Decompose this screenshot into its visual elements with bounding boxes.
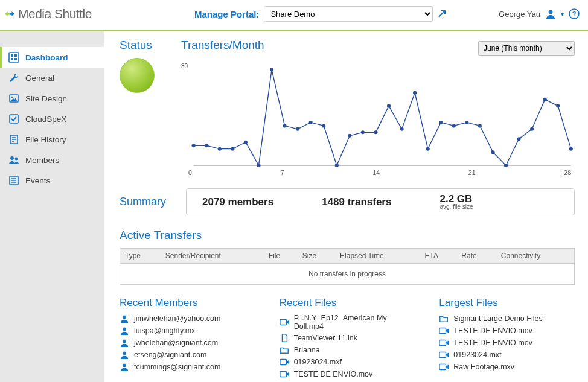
user-icon[interactable]	[545, 8, 556, 19]
svg-point-16	[192, 144, 196, 147]
folder-icon	[280, 345, 289, 355]
summary-box: 2079 members 1489 transfers 2.2 GB avg. …	[186, 188, 575, 215]
svg-point-37	[465, 121, 468, 124]
svg-point-9	[11, 97, 13, 98]
list-item[interactable]: tcummings@signiant.com	[120, 361, 255, 373]
chart-svg	[181, 62, 575, 176]
period-select[interactable]: June (This month)	[478, 41, 575, 56]
main: Status Transfers/Month June (This month)…	[104, 31, 588, 382]
svg-rect-5	[14, 54, 17, 57]
history-icon	[8, 134, 19, 145]
chart-x-tick: 0	[188, 169, 192, 176]
person-icon	[120, 350, 129, 360]
list-item[interactable]: jimwhelehan@yahoo.com	[120, 313, 255, 325]
svg-point-29	[361, 130, 365, 134]
svg-point-19	[231, 147, 234, 151]
body: DashboardGeneralSite DesignCloudSpeXFile…	[0, 31, 588, 382]
svg-rect-54	[439, 328, 446, 334]
svg-point-39	[491, 150, 494, 154]
active-transfers-title: Active Transfers	[120, 229, 575, 242]
list-item[interactable]: TESTE DE ENVIO.mov	[439, 325, 575, 337]
list-item[interactable]: 01923024.mxf	[280, 356, 415, 368]
sidebar-item-site-design[interactable]: Site Design	[0, 88, 104, 109]
video-icon	[280, 357, 289, 367]
sidebar-item-events[interactable]: Events	[0, 170, 104, 191]
svg-point-35	[439, 121, 443, 124]
sidebar-item-dashboard[interactable]: Dashboard	[0, 47, 104, 68]
chart-x-tick: 14	[372, 169, 380, 176]
svg-point-50	[123, 363, 126, 367]
svg-point-47	[123, 327, 126, 331]
at-col: ETA	[420, 249, 457, 264]
svg-point-20	[244, 141, 248, 144]
list-item[interactable]: Brianna	[280, 344, 415, 356]
svg-point-30	[374, 130, 377, 134]
summary-title: Summary	[120, 196, 186, 208]
at-col: Rate	[456, 249, 496, 264]
svg-point-44	[556, 104, 560, 108]
video-icon	[439, 338, 449, 348]
topbar: Media Shuttle Manage Portal: Share Demo …	[0, 0, 588, 31]
sidebar-item-label: Dashboard	[25, 53, 68, 62]
person-icon	[120, 338, 129, 348]
file-name: TESTE DE ENVIO.mov	[453, 339, 532, 347]
dashboard-icon	[8, 52, 19, 63]
list-item[interactable]: P.I.N.Y_Ep12_American My Doll.mp4	[280, 313, 415, 332]
list-item[interactable]: jwhelehan@signiant.com	[120, 337, 255, 349]
video-icon	[280, 369, 289, 379]
sidebar-item-label: CloudSpeX	[25, 115, 66, 124]
open-portal-icon[interactable]	[438, 10, 446, 18]
at-col: Elapsed Time	[335, 249, 420, 264]
svg-rect-57	[439, 364, 446, 370]
list-item[interactable]: TESTE DE ENVIO.mov	[439, 337, 575, 349]
svg-point-40	[504, 164, 508, 167]
sidebar-item-members[interactable]: Members	[0, 150, 104, 170]
sidebar-item-label: File History	[25, 135, 66, 144]
list-item[interactable]: Signiant Large Demo Files	[439, 313, 575, 325]
list-item[interactable]: 01923024.mxf	[439, 349, 575, 361]
svg-point-32	[400, 127, 403, 131]
svg-point-43	[543, 98, 547, 101]
list-item[interactable]: luispa@mighty.mx	[120, 325, 255, 337]
sidebar-item-label: Site Design	[25, 94, 67, 103]
at-col: Sender/Recipient	[161, 249, 264, 264]
sidebar-item-label: Events	[25, 176, 50, 185]
file-name: 01923024.mxf	[294, 358, 342, 366]
list-item[interactable]: Raw Footage.mxv	[439, 361, 575, 373]
video-icon	[280, 317, 289, 327]
svg-rect-52	[280, 360, 287, 365]
user-area: George Yau ▾ ?	[499, 8, 580, 19]
sidebar-item-file-history[interactable]: File History	[0, 129, 104, 150]
svg-text:?: ?	[572, 10, 577, 18]
folder-icon	[439, 314, 449, 323]
member-email: tcummings@signiant.com	[134, 363, 220, 371]
video-icon	[439, 362, 449, 372]
at-col: File	[264, 249, 298, 264]
list-item[interactable]: TeamViewer 11.lnk	[280, 332, 415, 344]
list-item[interactable]: etseng@signiant.com	[120, 349, 255, 361]
svg-rect-6	[11, 58, 13, 60]
svg-rect-53	[280, 372, 287, 377]
chart-area: 30 07142128	[181, 62, 575, 176]
svg-point-49	[123, 351, 126, 355]
svg-rect-10	[10, 115, 18, 123]
sidebar-item-cloudspex[interactable]: CloudSpeX	[0, 109, 104, 129]
manage-portal-label: Manage Portal:	[194, 9, 260, 19]
chart-title: Transfers/Month	[181, 39, 264, 52]
svg-point-25	[309, 121, 313, 124]
svg-rect-3	[9, 53, 19, 62]
video-icon	[439, 326, 449, 336]
sidebar-item-general[interactable]: General	[0, 68, 104, 88]
svg-point-17	[205, 144, 208, 147]
list-item[interactable]: TESTE DE ENVIO.mov	[280, 368, 415, 380]
help-icon[interactable]: ?	[569, 8, 580, 19]
user-chevron-icon[interactable]: ▾	[561, 11, 564, 18]
summary-avg-label: avg. file size	[439, 204, 473, 210]
svg-point-34	[426, 147, 430, 151]
file-name: Signiant Large Demo Files	[453, 314, 542, 323]
active-transfers-table: TypeSender/RecipientFileSizeElapsed Time…	[120, 248, 575, 285]
svg-rect-56	[439, 352, 446, 358]
person-icon	[120, 326, 129, 336]
at-col: Connectivity	[496, 249, 575, 264]
portal-select[interactable]: Share Demo	[264, 6, 433, 22]
